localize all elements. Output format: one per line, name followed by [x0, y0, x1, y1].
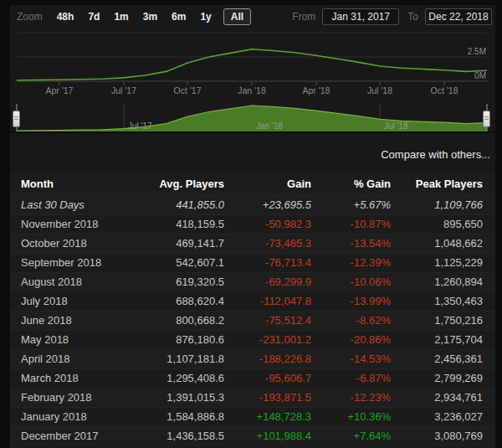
- cell-month: May 2018: [10, 330, 144, 349]
- cell-avg-players: 441,855.0: [144, 195, 224, 214]
- zoom-1m-button[interactable]: 1m: [114, 11, 128, 23]
- cell-peak-players: 2,934,761: [391, 388, 483, 407]
- cell-month: June 2018: [10, 311, 144, 330]
- navigator-area: [17, 106, 487, 131]
- cell-pct-gain: -13.99%: [311, 291, 391, 311]
- cell-avg-players: 876,180.6: [144, 330, 224, 349]
- cell-pct-gain: +5.67%: [311, 195, 391, 214]
- cell-pct-gain: -8.62%: [311, 311, 391, 330]
- zoom-6m-button[interactable]: 6m: [172, 11, 186, 23]
- chart-toolbar: Zoom 48h 7d 1m 3m 6m 1y All From To: [17, 8, 492, 26]
- to-date-input[interactable]: [425, 8, 492, 25]
- column-header-month: Month: [10, 173, 144, 195]
- cell-pct-gain: -6.87%: [311, 368, 391, 388]
- navigator-handle-right[interactable]: [483, 111, 490, 127]
- table-row: February 2018 1,391,015.3 -193,871.5 -12…: [10, 388, 495, 407]
- column-header-gain: Gain: [224, 173, 311, 195]
- cell-pct-gain: -20.86%: [311, 330, 391, 349]
- cell-avg-players: 1,436,158.5: [144, 426, 224, 445]
- cell-gain: -95,606.7: [224, 368, 311, 388]
- x-tick-label: Jul '18: [367, 85, 392, 95]
- cell-pct-gain: +7.64%: [311, 426, 391, 445]
- cell-peak-players: 1,350,463: [391, 291, 483, 311]
- cell-month: July 2018: [10, 291, 144, 311]
- players-table: Month Avg. Players Gain % Gain Peak Play…: [10, 173, 495, 445]
- cell-pct-gain: -12.39%: [311, 253, 391, 272]
- range-navigator[interactable]: Jul '17 Jan '18 Jul '18: [0, 101, 502, 136]
- x-tick-label: Jul '17: [111, 85, 136, 95]
- column-header-avg-players: Avg. Players: [144, 173, 224, 195]
- cell-gain: -193,871.5: [224, 388, 311, 407]
- cell-peak-players: 1,048,662: [391, 234, 483, 253]
- cell-peak-players: 2,175,704: [391, 330, 483, 349]
- column-header-peak-players: Peak Players: [391, 173, 483, 195]
- cell-avg-players: 418,159.5: [144, 214, 224, 234]
- cell-pct-gain: -10.06%: [311, 272, 391, 291]
- zoom-3m-button[interactable]: 3m: [143, 11, 157, 23]
- table-row: December 2017 1,436,158.5 +101,988.4 +7.…: [10, 426, 495, 445]
- cell-peak-players: 895,650: [391, 214, 483, 234]
- table-row: May 2018 876,180.6 -231,001.2 -20.86% 2,…: [10, 330, 495, 349]
- players-line-chart[interactable]: 2.5M 0M Apr '17 Jul '17 Oct '17 Jan '18 …: [0, 30, 502, 101]
- cell-peak-players: 3,236,027: [391, 407, 483, 426]
- cell-month: August 2018: [10, 272, 144, 291]
- cell-gain: +23,695.5: [224, 195, 311, 214]
- cell-month: January 2018: [10, 407, 144, 426]
- column-header-pct-gain: % Gain: [311, 173, 391, 195]
- zoom-label: Zoom: [17, 11, 43, 23]
- x-tick-label: Apr '17: [46, 85, 74, 95]
- y-tick-label: 2.5M: [468, 47, 486, 56]
- cell-peak-players: 1,260,894: [391, 272, 483, 291]
- cell-avg-players: 1,584,886.8: [144, 407, 224, 426]
- players-table-wrap: Month Avg. Players Gain % Gain Peak Play…: [10, 173, 495, 445]
- players-series-line: [17, 49, 487, 80]
- table-row: June 2018 800,668.2 -75,512.4 -8.62% 1,7…: [10, 311, 495, 330]
- cell-month: November 2018: [10, 214, 144, 234]
- zoom-48h-button[interactable]: 48h: [57, 11, 74, 23]
- cell-gain: -73,465.3: [224, 234, 311, 253]
- compare-with-others-link[interactable]: Compare with others...: [381, 148, 490, 161]
- table-row: March 2018 1,295,408.6 -95,606.7 -6.87% …: [10, 368, 495, 388]
- cell-peak-players: 2,456,361: [391, 349, 483, 368]
- cell-gain: -188,226.8: [224, 349, 311, 368]
- x-tick-label: Apr '18: [303, 85, 330, 95]
- cell-peak-players: 3,080,769: [391, 426, 483, 445]
- cell-gain: -76,713.4: [224, 253, 311, 272]
- cell-month: April 2018: [10, 349, 144, 368]
- table-row: January 2018 1,584,886.8 +148,728.3 +10.…: [10, 407, 495, 426]
- cell-gain: -69,299.9: [224, 272, 311, 291]
- cell-month: September 2018: [10, 253, 144, 272]
- cell-month: December 2017: [10, 426, 144, 445]
- zoom-1y-button[interactable]: 1y: [200, 11, 211, 23]
- table-header-row: Month Avg. Players Gain % Gain Peak Play…: [10, 173, 495, 195]
- table-row: Last 30 Days 441,855.0 +23,695.5 +5.67% …: [10, 195, 495, 214]
- cell-peak-players: 2,799,269: [391, 368, 483, 388]
- table-row: October 2018 469,141.7 -73,465.3 -13.54%…: [10, 234, 495, 253]
- to-label: To: [407, 11, 418, 23]
- cell-gain: -112,047.8: [224, 291, 311, 311]
- cell-avg-players: 619,320.5: [144, 272, 224, 291]
- cell-pct-gain: +10.36%: [311, 407, 391, 426]
- steamcharts-app: Zoom 48h 7d 1m 3m 6m 1y All From To 2.5M…: [0, 0, 502, 448]
- cell-avg-players: 800,668.2: [144, 311, 224, 330]
- navigator-handle-left[interactable]: [13, 111, 20, 127]
- cell-peak-players: 1,750,216: [391, 311, 483, 330]
- table-row: November 2018 418,159.5 -50,982.3 -10.87…: [10, 214, 495, 234]
- cell-peak-players: 1,125,229: [391, 253, 483, 272]
- from-label: From: [292, 11, 315, 23]
- cell-avg-players: 469,141.7: [144, 234, 224, 253]
- nav-tick-label: Jul '17: [128, 121, 152, 131]
- table-row: August 2018 619,320.5 -69,299.9 -10.06% …: [10, 272, 495, 291]
- cell-avg-players: 1,295,408.6: [144, 368, 224, 388]
- cell-avg-players: 542,607.1: [144, 253, 224, 272]
- zoom-7d-button[interactable]: 7d: [88, 11, 100, 23]
- cell-pct-gain: -14.53%: [311, 349, 391, 368]
- cell-month: October 2018: [10, 234, 144, 253]
- x-tick-label: Jan '18: [238, 85, 266, 95]
- cell-pct-gain: -10.87%: [311, 214, 391, 234]
- cell-pct-gain: -13.54%: [311, 234, 391, 253]
- nav-tick-label: Jan '18: [256, 121, 283, 131]
- from-date-input[interactable]: [322, 8, 399, 25]
- zoom-all-button[interactable]: All: [223, 8, 251, 25]
- cell-gain: -50,982.3: [224, 214, 311, 234]
